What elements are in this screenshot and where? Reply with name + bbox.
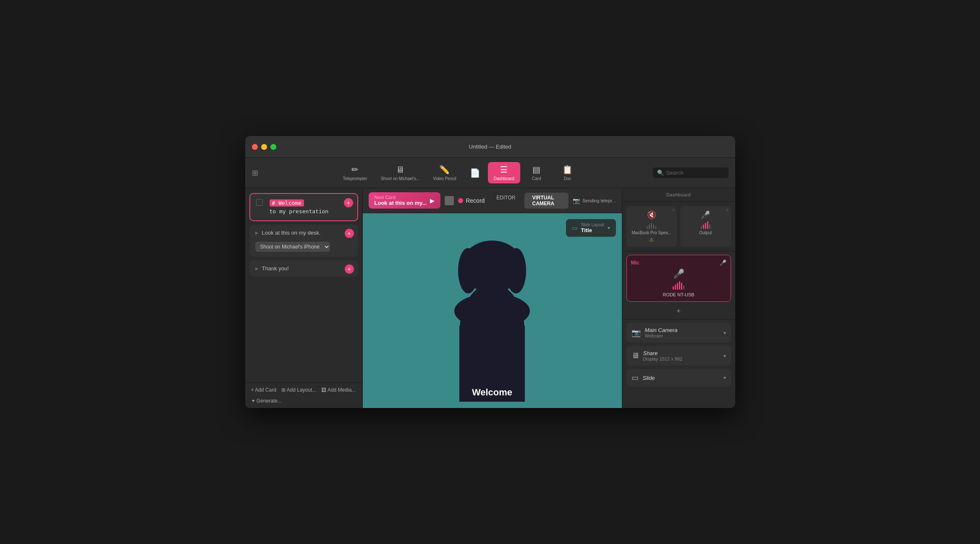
bar-2 — [649, 225, 650, 229]
toolbar-item-dashboard[interactable]: ☰ Dashboard — [488, 162, 520, 183]
camera-info: Main Camera Webcam — [645, 327, 719, 338]
card-text-1: # Welcome to my presentation — [270, 199, 329, 215]
dashboard-label: Dashboard — [494, 176, 514, 181]
slide-layout-info: Slide Layout Title — [581, 222, 604, 233]
device-select-2[interactable]: Shoot on Michael's iPhone — [255, 242, 330, 252]
slide-arrow-icon[interactable]: ▾ — [723, 375, 726, 381]
stop-button[interactable] — [445, 196, 454, 205]
camera-arrow-icon[interactable]: ▾ — [723, 330, 726, 336]
teleprompter-icon: ✏ — [351, 165, 359, 175]
mic-label: Mic — [631, 260, 639, 266]
dashboard-panel: Dashboard ? 🔇 MacBook Pro Spea... ⚠ — [622, 188, 735, 408]
tab-editor[interactable]: EDITOR — [489, 193, 523, 209]
cards-panel: # Welcome to my presentation + ▶ Look at… — [245, 188, 363, 408]
toolbar: ⊞ ✏ Teleprompter 🖥 Shoot on Michael's...… — [245, 158, 735, 188]
slide-info: Slide — [643, 375, 719, 381]
warning-icon: ⚠ — [649, 237, 654, 243]
slide-layout-badge[interactable]: ▭ Slide Layout Title ▾ — [566, 219, 616, 237]
mbar-1 — [673, 286, 674, 290]
generate-button[interactable]: ✦ Generate... — [251, 398, 282, 404]
device-row-slide[interactable]: ▭ Slide ▾ — [626, 369, 731, 387]
card-icon: ▤ — [532, 165, 540, 175]
videopencil-label: Video Pencil — [433, 176, 456, 181]
slide-name: Slide — [643, 375, 719, 381]
share-name: Share — [643, 350, 719, 356]
search-box[interactable]: 🔍 — [653, 167, 728, 178]
bar-1 — [647, 226, 648, 229]
silhouette-svg — [429, 232, 555, 408]
slide-layout-icon: ▭ — [572, 225, 577, 231]
help-icon-2: ? — [726, 209, 728, 213]
card-item-3[interactable]: ▶ Thank you! + — [249, 260, 358, 277]
record-button[interactable]: Record — [458, 197, 485, 204]
device-row-camera[interactable]: 📷 Main Camera Webcam ▾ — [626, 323, 731, 343]
maximize-button[interactable] — [270, 144, 276, 150]
mic-large-icon: 🎤 — [673, 269, 684, 280]
sending-status: 📷 Sending telepr... — [573, 197, 616, 204]
next-card-button[interactable]: Next Card: Look at this on my... ▶ — [369, 192, 441, 209]
obar-4 — [707, 221, 708, 229]
slide-row-icon: ▭ — [631, 373, 639, 382]
next-arrow-icon: ▶ — [430, 197, 435, 204]
tab-virtual-camera[interactable]: VIRTUAL CAMERA — [524, 193, 569, 209]
toolbar-item-doc[interactable]: 📋 Doc — [553, 162, 582, 183]
slide-chevron-icon: ▾ — [608, 225, 610, 231]
toolbar-item-card[interactable]: ▤ Card — [522, 162, 551, 183]
add-media-button[interactable]: 🖼 Add Media... — [321, 387, 356, 393]
preview-panel: Next Card: Look at this on my... ▶ Recor… — [363, 188, 622, 408]
card-add-button-1[interactable]: + — [344, 198, 353, 207]
toolbar-item-docicon[interactable]: 📄 — [464, 165, 486, 180]
card-item-1[interactable]: # Welcome to my presentation + — [249, 193, 358, 221]
videopencil-icon: ✏️ — [439, 165, 450, 175]
mbar-2 — [675, 285, 676, 290]
share-arrow-icon[interactable]: ▾ — [723, 353, 726, 359]
record-label: Record — [466, 197, 485, 204]
cards-bottom: + Add Card ⊞ Add Layout... 🖼 Add Media..… — [245, 382, 362, 408]
card-add-button-2[interactable]: + — [345, 229, 354, 238]
next-card-label: Next Card: — [375, 195, 427, 200]
card-row-2: ▶ Look at this on my desk. — [255, 230, 352, 236]
mbar-5 — [681, 283, 682, 290]
card-add-button-3[interactable]: + — [345, 264, 354, 274]
sidebar-toggle-button[interactable]: ⊞ — [252, 168, 258, 178]
record-dot-icon — [458, 198, 463, 203]
add-layout-button[interactable]: ⊞ Add Layout... — [281, 387, 316, 393]
play-icon-2: ▶ — [255, 230, 259, 235]
bar-5 — [655, 226, 656, 229]
obar-3 — [705, 223, 706, 229]
bar-4 — [653, 225, 654, 229]
mbar-6 — [683, 285, 684, 290]
obar-2 — [703, 225, 704, 229]
teleprompter-label: Teleprompter — [343, 176, 367, 181]
close-button[interactable] — [252, 144, 258, 150]
search-input[interactable] — [666, 170, 724, 176]
shoot-label: Shoot on Michael's... — [381, 176, 420, 181]
card-item-2[interactable]: ▶ Look at this on my desk. Shoot on Mich… — [249, 225, 358, 257]
add-device-button[interactable]: + — [622, 305, 735, 317]
share-sub: Display 1512 x 982 — [643, 356, 719, 361]
toolbar-item-shoot[interactable]: 🖥 Shoot on Michael's... — [375, 162, 426, 183]
bar-3 — [651, 223, 652, 229]
mic-header-row: Mic 🎤 — [631, 259, 726, 266]
dashboard-header: Dashboard — [622, 188, 735, 202]
card-heading-1: # Welcome — [270, 199, 304, 207]
preview-area: Welcome ▭ Slide Layout Title ▾ — [363, 213, 622, 408]
macbook-speaker-card[interactable]: ? 🔇 MacBook Pro Spea... ⚠ — [626, 206, 677, 247]
camera-icon: 📷 — [631, 328, 641, 337]
toolbar-item-videopencil[interactable]: ✏️ Video Pencil — [427, 162, 462, 183]
slide-layout-prefix: Slide Layout — [581, 222, 604, 227]
output-card[interactable]: ? 🎤 Output — [680, 206, 731, 247]
slide-layout-title: Title — [581, 227, 604, 233]
mic-bars — [673, 282, 684, 290]
video-frame: Welcome ▭ Slide Layout Title ▾ — [363, 213, 622, 408]
toolbar-item-teleprompter[interactable]: ✏ Teleprompter — [337, 162, 373, 183]
card-checkbox-1[interactable] — [256, 199, 263, 206]
sending-text: Sending telepr... — [582, 198, 616, 203]
device-row-share[interactable]: 🖥 Share Display 1512 x 982 ▾ — [626, 346, 731, 366]
minimize-button[interactable] — [261, 144, 267, 150]
doc-icon-small: 📄 — [470, 168, 480, 178]
camera-sub: Webcam — [645, 333, 719, 338]
obar-1 — [701, 226, 702, 229]
dashboard-icon: ☰ — [500, 165, 508, 175]
add-card-button[interactable]: + Add Card — [251, 387, 276, 393]
